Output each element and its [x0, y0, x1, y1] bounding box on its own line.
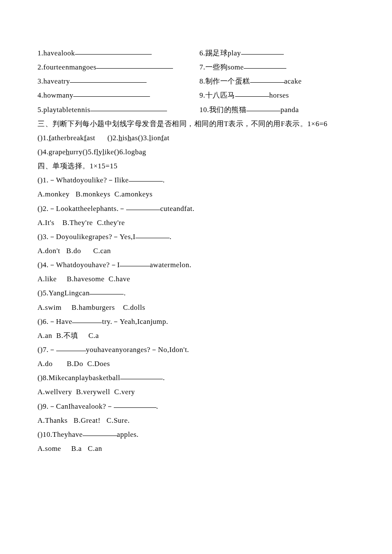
word-post: ast [86, 134, 95, 142]
blank[interactable] [235, 96, 269, 97]
word-mid: y [98, 148, 102, 156]
paren[interactable]: ()3. [37, 233, 49, 241]
blank[interactable] [75, 54, 152, 55]
blank[interactable] [120, 266, 150, 266]
blank[interactable] [241, 54, 284, 55]
question-3: ()3.－Doyoulikegrapes?－Yes,I. A.don't B.d… [37, 230, 355, 258]
underline-letter: h [118, 134, 122, 142]
choices[interactable]: A.It's B.They're C.they're [37, 216, 355, 230]
num: 2. [37, 63, 43, 71]
paren[interactable]: ()2. [107, 134, 118, 142]
blank[interactable] [72, 323, 102, 323]
choices[interactable]: A.wellvery B.verywell C.very [37, 385, 355, 399]
choices[interactable]: A.like B.havesome C.have [37, 272, 355, 286]
post: panda [280, 106, 299, 114]
num: 6. [199, 49, 205, 57]
blank[interactable] [120, 379, 163, 379]
paren[interactable]: ()2. [37, 205, 49, 213]
question-line: ()2.－Lookattheelephants.－cuteandfat. [37, 202, 355, 216]
num: 10. [199, 106, 209, 114]
q-post: . [163, 374, 165, 382]
paren[interactable]: ()10. [37, 430, 52, 439]
choices[interactable]: A.monkey B.monkeys C.amonkeys [37, 187, 355, 201]
blank[interactable] [135, 238, 170, 238]
q-pre: YangLingcan [49, 289, 89, 297]
fill-in-columns: 1.havealook 2.fourteenmangoes 3.haveatry… [37, 46, 355, 117]
choices[interactable]: A.don't B.do C.can [37, 244, 355, 258]
paren[interactable]: ()4. [37, 261, 49, 269]
word-mid: is [122, 134, 127, 142]
paren[interactable]: ()8. [37, 374, 49, 382]
choices[interactable]: A.do B.Do C.Does [37, 357, 355, 371]
choices[interactable]: A.Thanks B.Great! C.Sure. [37, 413, 355, 427]
blank[interactable] [83, 436, 117, 436]
paren[interactable]: ()6. [114, 148, 125, 156]
num: 3. [37, 77, 43, 85]
word-pre: lo [125, 148, 131, 156]
question-5: ()5.YangLingcan. A.swim B.hamburgers C.d… [37, 286, 355, 314]
num: 7. [199, 63, 205, 71]
paren[interactable]: ()5. [83, 148, 94, 156]
post: horses [269, 91, 289, 99]
blank[interactable] [56, 351, 86, 351]
blank[interactable] [129, 181, 163, 182]
word-pre: grape [49, 148, 66, 156]
pre: 一些狗some [205, 63, 244, 71]
paren[interactable]: ()3. [138, 134, 149, 142]
q-post: youhaveanyoranges?－No,Idon't. [86, 346, 189, 354]
question-10: ()10.Theyhaveapples. A.some B.a C.an [37, 427, 355, 456]
blank[interactable] [244, 68, 286, 69]
q-post: . [124, 289, 126, 297]
q-post: apples. [117, 430, 138, 439]
text: haveatry [43, 77, 70, 85]
blank[interactable] [90, 111, 167, 111]
word-mid: urry [69, 148, 82, 156]
blank[interactable] [89, 294, 124, 294]
blank[interactable] [73, 96, 150, 97]
blank[interactable] [114, 407, 156, 408]
word-post: ike [104, 148, 114, 156]
question-2: ()2.－Lookattheelephants.－cuteandfat. A.I… [37, 202, 355, 230]
pre: 我们的熊猫 [209, 106, 247, 114]
paren[interactable]: ()1. [37, 134, 49, 142]
paren[interactable]: ()4. [37, 148, 49, 156]
blank[interactable] [126, 210, 160, 210]
fill-right-7: 7.一些狗some [199, 60, 355, 74]
paren[interactable]: ()6. [37, 317, 49, 326]
fill-right-6: 6.踢足球play [199, 46, 355, 60]
q-pre: － [49, 346, 56, 354]
fill-right-9: 9.十八匹马horses [199, 88, 355, 102]
q-pre: －Whatdoyouhave?－I [49, 261, 120, 269]
paren[interactable]: ()5. [37, 289, 49, 297]
blank[interactable] [250, 82, 284, 83]
q-pre: －Doyoulikegrapes?－Yes,I [49, 233, 135, 241]
paren[interactable]: ()9. [37, 402, 49, 410]
question-line: ()3.－Doyoulikegrapes?－Yes,I. [37, 230, 355, 244]
q-post: . [156, 402, 159, 410]
section-4-title: 四、单项选择。1×15=15 [37, 159, 355, 173]
num: 5. [37, 106, 43, 114]
word-mid: atherbreak [51, 134, 84, 142]
paren[interactable]: ()1. [37, 176, 49, 184]
question-1: ()1.－Whatdoyoulike?－Ilike. A.monkey B.mo… [37, 173, 355, 201]
sec3-line-2: ()4.grapehurry()5.flylike()6.logbag [37, 145, 355, 159]
question-line: ()4.－Whatdoyouhave?－Iawatermelon. [37, 258, 355, 272]
text: playtabletennis [43, 106, 90, 114]
question-7: ()7.－youhaveanyoranges?－No,Idon't. A.do … [37, 343, 355, 371]
choices[interactable]: A.swim B.hamburgers C.dolls [37, 300, 355, 315]
num: 1. [37, 49, 43, 57]
blank[interactable] [70, 82, 147, 83]
fill-right-8: 8.制作一个蛋糕acake [199, 74, 355, 88]
blank[interactable] [246, 111, 280, 111]
pre: 十八匹马 [205, 91, 235, 99]
blank[interactable] [96, 68, 173, 69]
question-6: ()6.－Havetry.－Yeah,Icanjump. A.an B.不填 C… [37, 315, 355, 343]
post: acake [284, 77, 302, 85]
question-line: ()10.Theyhaveapples. [37, 427, 355, 441]
question-line: ()8.Mikecanplaybasketball. [37, 371, 355, 385]
choices[interactable]: A.some B.a C.an [37, 441, 355, 456]
choices[interactable]: A.an B.不填 C.a [37, 329, 355, 343]
q-post: try.－Yeah,Icanjump. [102, 317, 168, 326]
underline-letter: h [66, 148, 69, 156]
paren[interactable]: ()7. [37, 346, 49, 354]
